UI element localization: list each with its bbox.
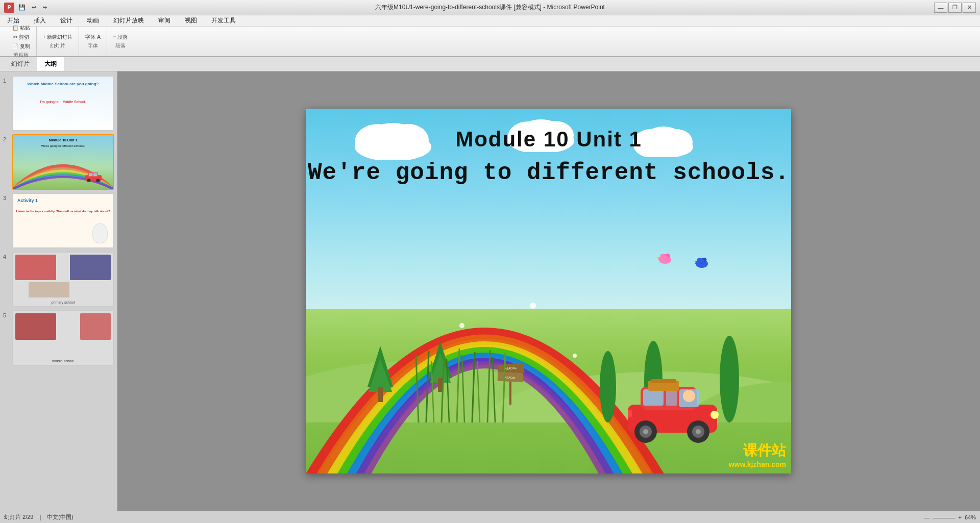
slide-thumb-4[interactable]: 4 primary school	[3, 252, 114, 307]
menu-review[interactable]: 审阅	[155, 15, 174, 26]
slide-img-5[interactable]: middle school	[12, 310, 114, 366]
slide1-text2: I'm going to ...Middle School.	[13, 99, 113, 104]
slide-thumb-inner-1: Which Middle School are you going? I'm g…	[13, 77, 113, 130]
svg-point-60	[683, 390, 695, 402]
close-button[interactable]: ✕	[963, 3, 976, 13]
menubar: 开始 插入 设计 动画 幻灯片放映 审阅 视图 开发工具	[0, 15, 980, 27]
svg-point-28	[600, 351, 616, 422]
slide-panel: 1 Which Middle School are you going? I'm…	[0, 71, 117, 511]
ribbon-group-paragraph: ≡ 段落 段落	[107, 27, 135, 56]
menu-insert[interactable]: 插入	[31, 15, 49, 26]
svg-line-39	[447, 359, 449, 422]
titlebar: P 💾 ↩ ↪ 六年级M10U1-were-going-to-different…	[0, 0, 980, 15]
slide-thumb-1[interactable]: 1 Which Middle School are you going? I'm…	[3, 76, 114, 131]
ribbon-group-clipboard: 📋 粘贴 ✂ 剪切 📄 复制 剪贴板	[6, 27, 37, 56]
main-content: 1 Which Middle School are you going? I'm…	[0, 71, 980, 511]
zoom-slider[interactable]: ————	[933, 514, 955, 520]
slide1-text1: Which Middle School are you going?	[13, 82, 113, 87]
ribbon: 📋 粘贴 ✂ 剪切 📄 复制 剪贴板 + 新建幻灯片 幻灯片 字体 A 字体 ≡…	[0, 27, 980, 57]
slide-thumb-inner-3: Activity 1 Listen to the tape carefully.…	[13, 194, 113, 247]
slide-thumb-5[interactable]: 5 middle school	[3, 310, 114, 366]
restore-button[interactable]: ❐	[948, 3, 962, 13]
slide-thumb-inner-4: primary school	[13, 253, 113, 306]
svg-line-40	[457, 348, 459, 422]
svg-rect-4	[89, 173, 92, 176]
paragraph-button[interactable]: ≡ 段落	[111, 33, 130, 41]
svg-line-45	[493, 357, 495, 422]
slide-thumb-2[interactable]: 2 Module 10 Unit 1 We're going to differ…	[3, 134, 114, 190]
quick-redo[interactable]: ↪	[40, 4, 49, 11]
menu-slideshow[interactable]: 幻灯片放映	[110, 15, 147, 26]
titlebar-controls: — ❐ ✕	[934, 3, 976, 13]
slide-count: 幻灯片 2/29	[4, 513, 33, 521]
slide-num-3: 3	[3, 195, 10, 201]
slide3-text: Listen to the tape carefully. Then tell …	[15, 209, 111, 213]
slide-num-1: 1	[3, 78, 10, 84]
minimize-button[interactable]: —	[934, 3, 947, 13]
copy-button[interactable]: 📄 复制	[10, 42, 32, 51]
svg-rect-62	[628, 410, 632, 417]
tree-left-svg	[368, 346, 393, 407]
slide-thumb-inner-5: middle school	[13, 311, 113, 365]
canvas-area: Module 10 Unit 1 We're going to differen…	[117, 71, 980, 511]
slide2-title: Module 10 Unit 1	[13, 138, 113, 142]
slide-img-1[interactable]: Which Middle School are you going? I'm g…	[12, 76, 114, 131]
slide5-label: middle school	[13, 359, 113, 363]
ribbon-group-slides: + 新建幻灯片 幻灯片	[37, 27, 80, 56]
slide2-subtitle: We're going to different schools.	[13, 144, 113, 147]
svg-line-41	[462, 355, 464, 422]
slide-img-3[interactable]: Activity 1 Listen to the tape carefully.…	[12, 193, 114, 248]
svg-line-35	[416, 356, 419, 422]
tree-right2-svg	[598, 351, 618, 422]
sparkle2	[459, 323, 464, 328]
slides-label: 幻灯片	[50, 42, 65, 49]
slide-num-2: 2	[3, 136, 10, 142]
view-tabs: 幻灯片 大纲	[0, 57, 980, 71]
app-icon: P	[4, 3, 14, 13]
font-label: 字体	[88, 42, 98, 49]
zoom-out-button[interactable]: —	[924, 514, 930, 520]
svg-line-44	[487, 350, 490, 422]
slide-title-main: Module 10 Unit 1	[306, 127, 791, 152]
slide-img-2[interactable]: Module 10 Unit 1 We're going to differen…	[12, 134, 114, 190]
slide-num-4: 4	[3, 254, 10, 260]
slide-thumb-3[interactable]: 3 Activity 1 Listen to the tape carefull…	[3, 193, 114, 248]
statusbar: 幻灯片 2/29 | 中文(中国) — ———— + 64%	[0, 511, 980, 523]
new-slide-button[interactable]: + 新建幻灯片	[41, 33, 75, 41]
svg-line-37	[431, 361, 434, 422]
watermark-url: www.kjzhan.com	[729, 460, 786, 468]
ribbon-group-font: 字体 A 字体	[79, 27, 107, 56]
slide-canvas: Module 10 Unit 1 We're going to differen…	[306, 109, 791, 474]
menu-animation[interactable]: 动画	[84, 15, 102, 26]
svg-rect-5	[93, 173, 97, 176]
bird-pink-svg	[656, 252, 674, 266]
slide3-title: Activity 1	[17, 198, 38, 203]
paragraph-label: 段落	[115, 42, 126, 49]
slide-thumb-inner-2: Module 10 Unit 1 We're going to differen…	[13, 135, 113, 189]
svg-rect-59	[651, 379, 676, 383]
quick-save[interactable]: 💾	[16, 4, 28, 11]
svg-line-36	[426, 351, 429, 422]
svg-line-43	[477, 361, 480, 422]
menu-design[interactable]: 设计	[57, 15, 76, 26]
tab-outline[interactable]: 大纲	[37, 57, 64, 71]
car-svg	[623, 377, 725, 443]
paste-button[interactable]: 📋 粘贴	[10, 24, 32, 32]
svg-point-61	[710, 411, 719, 419]
menu-dev[interactable]: 开发工具	[208, 15, 239, 26]
svg-point-57	[696, 429, 701, 434]
cut-button[interactable]: ✂ 剪切	[11, 33, 31, 41]
svg-point-54	[643, 429, 648, 434]
zoom-in-button[interactable]: +	[959, 514, 962, 520]
svg-rect-50	[643, 389, 664, 406]
font-button[interactable]: 字体 A	[83, 33, 102, 41]
titlebar-title: 六年级M10U1-were-going-to-different-schools…	[375, 3, 605, 12]
slide-img-4[interactable]: primary school	[12, 252, 114, 307]
svg-rect-23	[378, 387, 383, 402]
status-lang: 中文(中国)	[47, 513, 73, 521]
zoom-level: 64%	[965, 514, 976, 520]
tab-slides[interactable]: 幻灯片	[4, 57, 37, 71]
svg-line-46	[503, 353, 505, 422]
quick-undo[interactable]: ↩	[30, 4, 38, 11]
menu-view[interactable]: 视图	[182, 15, 200, 26]
